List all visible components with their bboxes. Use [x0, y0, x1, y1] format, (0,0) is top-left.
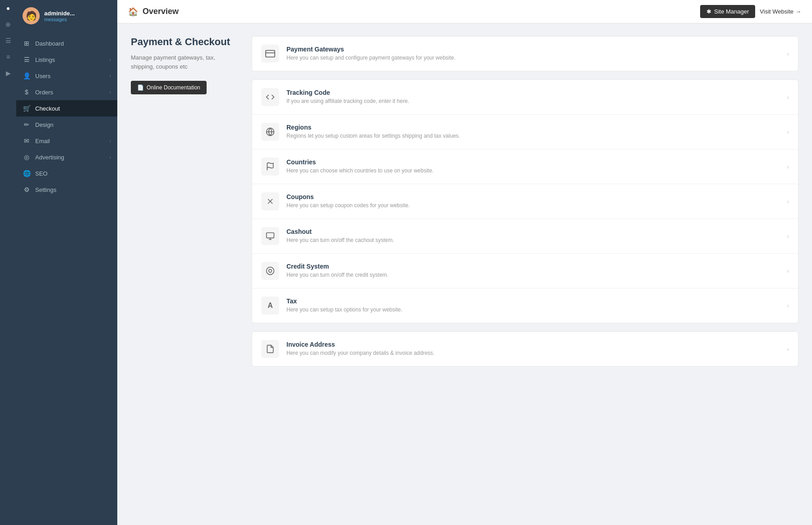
docs-icon: 📄	[137, 84, 144, 91]
countries-title: Countries	[286, 158, 780, 166]
sidebar-nav: ⊞ Dashboard ☰ Listings › 👤 Users › $ Ord…	[16, 32, 117, 525]
chevron-right-icon: ›	[110, 90, 111, 95]
sidebar-item-checkout[interactable]: 🛒 Checkout	[16, 100, 117, 116]
tax-item[interactable]: A Tax Here you can setup tax options for…	[252, 288, 798, 323]
cashout-title: Cashout	[286, 228, 780, 235]
chevron-right-icon: ›	[110, 155, 111, 160]
coupons-icon	[261, 192, 279, 210]
credit-system-desc: Here you can turn on/off the credit syst…	[286, 271, 780, 279]
invoice-address-icon	[261, 340, 279, 358]
chevron-right-icon: ›	[110, 57, 111, 62]
tax-desc: Here you can setup tax options for your …	[286, 306, 780, 314]
right-panel: Payment Gateways Here you can setup and …	[252, 36, 798, 512]
messages-label[interactable]: messages	[44, 17, 75, 22]
chevron-right-icon: ›	[787, 198, 789, 205]
chevron-right-icon: ›	[787, 163, 789, 170]
sidebar-item-seo[interactable]: 🌐 SEO	[16, 165, 117, 181]
sidebar-item-label: Checkout	[35, 105, 111, 112]
sidebar-item-dashboard[interactable]: ⊞ Dashboard	[16, 35, 117, 51]
sidebar-item-label: Advertising	[35, 154, 105, 161]
chevron-right-icon: ›	[787, 267, 789, 274]
strip-icon-5[interactable]: ▶	[6, 70, 11, 77]
sidebar-item-label: SEO	[35, 170, 111, 177]
site-manager-label: Site Manager	[714, 8, 749, 15]
svg-point-11	[269, 269, 272, 273]
credit-system-item[interactable]: Credit System Here you can turn on/off t…	[252, 254, 798, 288]
topbar-actions: ✱ Site Manager Visit Website →	[700, 5, 801, 18]
strip-icon-1[interactable]: ●	[6, 5, 10, 12]
arrow-right-icon: →	[795, 8, 801, 15]
tracking-code-item[interactable]: Tracking Code If you are using affiliate…	[252, 80, 798, 115]
sidebar-item-listings[interactable]: ☰ Listings ›	[16, 51, 117, 68]
chevron-right-icon: ›	[787, 232, 789, 240]
regions-text: Regions Regions let you setup custom are…	[286, 124, 780, 140]
sidebar-item-advertising[interactable]: ◎ Advertising ›	[16, 149, 117, 165]
tax-text: Tax Here you can setup tax options for y…	[286, 297, 780, 314]
topbar: 🏠 Overview ✱ Site Manager Visit Website …	[117, 0, 812, 23]
home-icon: 🏠	[128, 7, 138, 17]
countries-icon	[261, 158, 279, 176]
payment-gateways-icon	[261, 45, 279, 63]
site-manager-button[interactable]: ✱ Site Manager	[700, 5, 755, 18]
strip-icon-2[interactable]: ⊕	[5, 21, 11, 28]
dashboard-icon: ⊞	[23, 40, 31, 47]
sidebar-item-label: Orders	[35, 89, 105, 96]
checkout-icon: 🛒	[23, 105, 31, 112]
regions-item[interactable]: Regions Regions let you setup custom are…	[252, 115, 798, 149]
sidebar-item-settings[interactable]: ⚙ Settings	[16, 181, 117, 198]
content-area: Payment & Checkout Manage payment gatewa…	[117, 23, 812, 525]
tracking-code-title: Tracking Code	[286, 89, 780, 96]
sidebar-item-label: Email	[35, 138, 105, 144]
sidebar-item-email[interactable]: ✉ Email ›	[16, 133, 117, 149]
sidebar-item-orders[interactable]: $ Orders ›	[16, 84, 117, 100]
coupons-text: Coupons Here you can setup coupon codes …	[286, 193, 780, 209]
users-icon: 👤	[23, 72, 31, 79]
sidebar-item-label: Design	[35, 121, 111, 128]
docs-button-label: Online Documentation	[147, 84, 200, 91]
sidebar-item-design[interactable]: ✏ Design	[16, 116, 117, 133]
chevron-right-icon: ›	[787, 302, 789, 309]
strip-icon-3[interactable]: ☰	[5, 37, 11, 44]
countries-item[interactable]: Countries Here you can choose which coun…	[252, 149, 798, 184]
svg-point-10	[267, 267, 274, 275]
advertising-icon: ◎	[23, 153, 31, 161]
invoice-address-text: Invoice Address Here you can modify your…	[286, 341, 780, 357]
payment-gateways-item[interactable]: Payment Gateways Here you can setup and …	[252, 37, 798, 71]
visit-website-label: Visit Website	[760, 8, 794, 15]
regions-desc: Regions let you setup custom areas for s…	[286, 132, 780, 140]
chevron-right-icon: ›	[787, 93, 789, 101]
cashout-text: Cashout Here you can turn on/off the cac…	[286, 228, 780, 244]
sidebar: 🧑 adminide... messages ⊞ Dashboard ☰ Lis…	[16, 0, 117, 525]
chevron-right-icon: ›	[110, 139, 111, 144]
invoice-card: Invoice Address Here you can modify your…	[252, 331, 798, 367]
online-documentation-button[interactable]: 📄 Online Documentation	[131, 81, 207, 94]
tracking-code-desc: If you are using affiliate tracking code…	[286, 98, 780, 105]
sidebar-item-label: Settings	[35, 186, 111, 193]
coupons-desc: Here you can setup coupon codes for your…	[286, 202, 780, 209]
credit-system-title: Credit System	[286, 263, 780, 270]
strip-icon-4[interactable]: ≡	[6, 53, 10, 60]
user-info: adminide... messages	[44, 10, 75, 22]
username: adminide...	[44, 10, 75, 17]
svg-rect-7	[267, 233, 274, 238]
countries-desc: Here you can choose which countries to u…	[286, 167, 780, 175]
coupons-item[interactable]: Coupons Here you can setup coupon codes …	[252, 184, 798, 219]
visit-website-button[interactable]: Visit Website →	[760, 8, 801, 15]
cashout-item[interactable]: Cashout Here you can turn on/off the cac…	[252, 219, 798, 254]
sidebar-header: 🧑 adminide... messages	[16, 0, 117, 32]
payment-gateways-desc: Here you can setup and configure payment…	[286, 54, 780, 62]
chevron-right-icon: ›	[787, 345, 789, 353]
tax-title: Tax	[286, 297, 780, 305]
chevron-right-icon: ›	[787, 128, 789, 135]
invoice-address-item[interactable]: Invoice Address Here you can modify your…	[252, 332, 798, 366]
tax-icon: A	[261, 297, 279, 315]
site-manager-icon: ✱	[706, 8, 711, 15]
countries-text: Countries Here you can choose which coun…	[286, 158, 780, 175]
sidebar-item-label: Users	[35, 73, 105, 79]
listings-icon: ☰	[23, 56, 31, 63]
section-title: Payment & Checkout	[131, 36, 239, 48]
left-panel: Payment & Checkout Manage payment gatewa…	[131, 36, 239, 512]
credit-system-text: Credit System Here you can turn on/off t…	[286, 263, 780, 279]
sidebar-item-users[interactable]: 👤 Users ›	[16, 68, 117, 84]
cashout-icon	[261, 227, 279, 245]
